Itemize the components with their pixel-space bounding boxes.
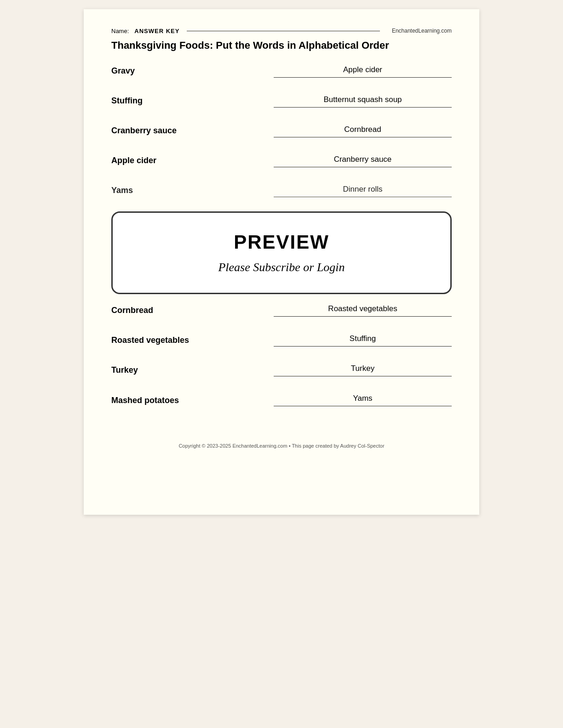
list-item: Mashed potatoes [111,395,255,406]
answer-text: Yams [274,394,452,403]
answer-line [274,376,452,376]
answer-text: Stuffing [274,334,452,343]
answer-line [274,346,452,347]
answer-line [274,316,452,317]
answer-item: Stuffing [274,334,452,349]
list-item: Cranberry sauce [111,125,255,136]
answer-item: Cranberry sauce [274,155,452,170]
name-value: ANSWER KEY [134,28,179,34]
header-row: Name: ANSWER KEY EnchantedLearning.com [111,28,452,34]
answer-text: Roasted vegetables [274,304,452,313]
answer-line [274,406,452,406]
preview-subtitle: Please Subscribe or Login [126,261,437,274]
name-label: Name: [111,28,129,34]
answer-line [274,167,452,167]
answer-line [274,107,452,108]
site-name: EnchantedLearning.com [392,28,452,34]
answer-item: Yams [274,394,452,409]
answer-text: Butternut squash soup [274,95,452,104]
list-item: Stuffing [111,95,255,107]
preview-title: PREVIEW [126,231,437,253]
list-item: Apple cider [111,155,255,166]
answer-item: Turkey [274,364,452,379]
answer-text: Cornbread [274,125,452,134]
answer-item: Butternut squash soup [274,95,452,110]
answer-line [274,137,452,137]
preview-overlay: PREVIEW Please Subscribe or Login [111,211,452,294]
answer-line [274,77,452,78]
answer-item: Apple cider [274,65,452,80]
answer-item: Cornbread [274,125,452,140]
name-line: Name: ANSWER KEY [111,28,380,34]
list-item: Cornbread [111,305,255,316]
list-item: Gravy [111,65,255,77]
footer: Copyright © 2023-2025 EnchantedLearning.… [111,443,452,449]
list-item: Roasted vegetables [111,335,255,346]
answer-item: Roasted vegetables [274,304,452,319]
list-item: Turkey [111,364,255,376]
page: Name: ANSWER KEY EnchantedLearning.com T… [84,9,479,515]
answer-text: Dinner rolls [274,185,452,194]
answer-text: Cranberry sauce [274,155,452,164]
answer-text: Apple cider [274,65,452,74]
answer-item: Dinner rolls [274,185,452,200]
answer-text: Turkey [274,364,452,373]
answer-line [274,197,452,197]
page-title: Thanksgiving Foods: Put the Words in Alp… [111,39,452,52]
name-underline [187,31,380,31]
list-item: Yams [111,185,255,196]
